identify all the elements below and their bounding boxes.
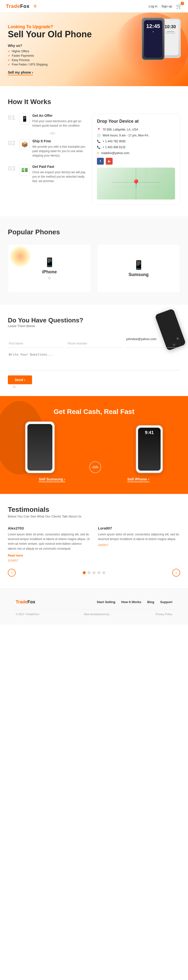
dot-3[interactable] — [93, 571, 95, 574]
footer: TradeFox Start Selling How It Works Blog… — [0, 589, 188, 624]
drop-device-title: Drop Your Device at — [97, 119, 175, 124]
drop-email: ✉ tradefox@yahoo.com — [97, 151, 175, 155]
popular-phones-section: Popular Phones 📱 iPhone ⊙ 📱 Sumsung — [0, 216, 188, 305]
youtube-btn[interactable]: ▶ — [106, 158, 112, 165]
cart-badge: 3 — [181, 2, 184, 5]
samsung-cash-phone — [25, 422, 55, 473]
social-links: f ▶ — [97, 158, 175, 165]
questions-subtitle: Leave Them Below — [8, 324, 180, 328]
step-2-heading: Ship It Free — [32, 139, 86, 143]
email-field[interactable]: ✕ ⊙ — [125, 335, 180, 348]
hero-title: Sell Your Old Phone — [8, 29, 103, 39]
questions-section: Do You Have Questions? Leave Them Below … — [0, 305, 188, 396]
testimonial-1-date: 12/16/17 — [8, 559, 90, 562]
step-3: 03 💵 Get Paid Fast Once we inspect your … — [8, 165, 86, 183]
cursor-icon: ⊙ — [48, 276, 51, 280]
step-1-heading: Get An Offer — [32, 114, 86, 118]
hero-eyebrow: Looking To Upgrade? — [8, 24, 103, 29]
testimonial-1-author: Alex2703 — [8, 526, 90, 530]
cart-icon[interactable]: 🛒 3 — [176, 3, 182, 9]
menu-icon[interactable]: ≡ — [33, 3, 37, 10]
step-3-heading: Get Paid Fast — [32, 165, 86, 169]
message-input[interactable] — [9, 353, 179, 368]
footer-blog[interactable]: Blog — [147, 600, 154, 604]
email-input[interactable] — [126, 337, 179, 341]
footer-how-it-works[interactable]: How It Works — [121, 600, 141, 604]
testimonials-section: Testimonials Below You Can See What Our … — [0, 494, 188, 589]
send-cursor-icon: ⊙ — [13, 385, 16, 389]
login-link[interactable]: Log in — [149, 5, 157, 8]
step-2-icon: 📦 — [19, 139, 30, 150]
drop-hours: 🕐 Work hours: 9 am - 17 pm, Mon-Fri. — [97, 134, 175, 137]
first-name-field[interactable]: First Name — [8, 335, 63, 348]
iphone-label: iPhone — [42, 269, 57, 275]
clear-email-icon[interactable]: ✕ — [176, 337, 179, 340]
cursor-position-icon: ⊙ — [173, 343, 175, 347]
read-more-1-link[interactable]: Read more — [8, 554, 23, 557]
or-divider: -OR- — [89, 461, 101, 473]
cash-banner-title: Get Real Cash, Real Fast — [8, 408, 180, 416]
testimonial-1: Alex2703 Lorem ipsum dolor sit amet, con… — [8, 526, 90, 562]
sell-samsung-link[interactable]: Sell Sumsung › — [39, 477, 65, 482]
logo: TradeFox — [6, 3, 30, 9]
hero-phones: 12:45 ● 10:30 — [142, 18, 181, 60]
dot-2[interactable] — [88, 571, 90, 574]
testimonials-title: Testimonials — [8, 506, 180, 514]
questions-title: Do You Have Questions? — [8, 317, 180, 324]
iphone-cash-phone: 9:41 — [136, 425, 163, 473]
footer-links: Start Selling How It Works Blog Support — [97, 600, 172, 604]
sell-my-phone-link[interactable]: Sell my phone › — [8, 70, 33, 75]
iphone-splat — [9, 245, 31, 267]
step-3-icon: 💵 — [19, 165, 30, 175]
testimonial-2-author: Lora007 — [98, 526, 180, 530]
dot-5[interactable] — [102, 571, 105, 574]
carousel-prev-btn[interactable]: ‹ — [8, 569, 16, 577]
benefit-2: ✔Faster Payments — [8, 54, 103, 57]
benefit-4: ✔Free Fedex / UPS Shipping — [8, 63, 103, 66]
drop-device-card: Drop Your Device at 📍 70 508, Lafayette,… — [92, 114, 180, 205]
signup-link[interactable]: Sign up — [161, 5, 172, 8]
step-3-number: 03 — [8, 165, 17, 172]
benefits-list: ✔Higher Offers ✔Faster Payments ✔Easy Pr… — [8, 49, 103, 66]
map-placeholder: 📍 — [97, 168, 175, 199]
iphone-card[interactable]: 📱 iPhone ⊙ — [8, 244, 91, 293]
drop-phone2: 📞 + 1 443 456 9132 — [97, 145, 175, 149]
samsung-label: Sumsung — [128, 272, 149, 277]
first-name-input[interactable] — [9, 337, 62, 341]
phone-number-input[interactable] — [68, 337, 120, 341]
footer-support[interactable]: Support — [160, 600, 172, 604]
benefit-3: ✔Easy Process — [8, 59, 103, 62]
footer-privacy[interactable]: Privacy Policy — [156, 612, 172, 616]
step-2-desc: We provide you with a free trackable pre… — [32, 145, 86, 158]
drop-phone1: 📞 + 1 443 782 9030 — [97, 140, 175, 143]
sell-iphone-link[interactable]: Sell iPhone › — [127, 477, 149, 482]
sell-links-row: Sell Sumsung › Sell iPhone › — [8, 477, 180, 482]
samsung-card[interactable]: 📱 Sumsung — [97, 244, 180, 293]
first-name-label: First Name — [9, 342, 23, 345]
testimonial-2-text: Lorem ipsum dolor sit amet, consectetur … — [98, 532, 180, 541]
samsung-phone-hero: 12:45 ● — [142, 18, 165, 60]
testimonial-1-text: Lorem ipsum dolor sit amet, consectetur … — [8, 532, 90, 551]
step-2: 02 📦 Ship It Free We provide you with a … — [8, 139, 86, 158]
dot-4[interactable] — [98, 571, 100, 574]
dot-1[interactable] — [83, 571, 86, 574]
phone-number-field[interactable]: Phone Number — [66, 335, 122, 348]
send-button[interactable]: Send › — [8, 375, 32, 384]
footer-copyright: © 2017 «TradeFox» — [16, 612, 39, 616]
map-pin-icon: 📍 — [131, 179, 141, 188]
facebook-btn[interactable]: f — [97, 158, 104, 165]
how-it-works-section: How It Works 01 📱 Get An Offer Find your… — [0, 86, 188, 216]
or-divider-1: -OR- — [19, 132, 86, 135]
step-1-icon: 📱 — [19, 114, 30, 124]
carousel-next-btn[interactable]: › — [172, 569, 180, 577]
footer-rights: Web development by... — [84, 612, 111, 616]
navbar: TradeFox ≡ Log in Sign up 🛒 3 — [0, 0, 188, 13]
footer-start-selling[interactable]: Start Selling — [97, 600, 115, 604]
step-1-desc: Find your used electronics and get an in… — [32, 119, 86, 128]
samsung-icon: 📱 — [133, 260, 144, 270]
message-field[interactable] — [8, 351, 180, 371]
step-1: 01 📱 Get An Offer Find your used electro… — [8, 114, 86, 128]
step-1-number: 01 — [8, 114, 17, 121]
carousel-dots — [83, 571, 105, 574]
steps-column: 01 📱 Get An Offer Find your used electro… — [8, 114, 86, 205]
